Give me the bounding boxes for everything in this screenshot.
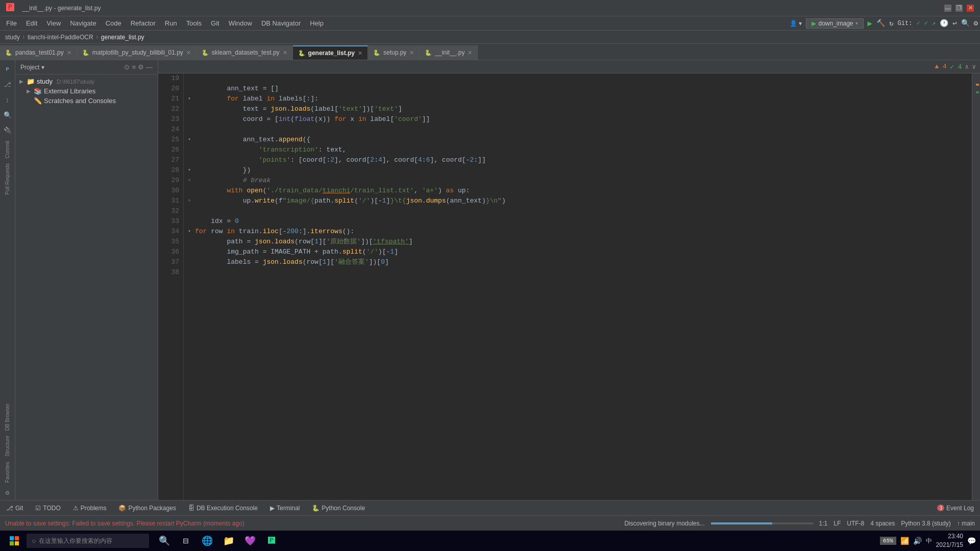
fold-27[interactable] [188, 155, 195, 165]
fold-22[interactable] [188, 104, 195, 114]
tab-setup[interactable]: 🐍 setup.py ✕ [368, 45, 420, 60]
taskbar-edge-icon[interactable]: 🌐 [198, 533, 216, 549]
menu-file[interactable]: File [2, 18, 21, 29]
tab-todo[interactable]: ☑ TODO [33, 504, 62, 513]
tree-item-external[interactable]: ▶ 📚 External Libraries [15, 86, 158, 96]
tab-terminal[interactable]: ▶ Terminal [268, 504, 302, 513]
activity-plugin-icon[interactable]: 🔌 [1, 123, 15, 138]
warning-count[interactable]: ▲ 4 [935, 63, 947, 70]
maximize-button[interactable]: ❐ [955, 5, 963, 12]
code-lines[interactable]: ann_text = [] ▾ for label in labels[:]: … [184, 73, 972, 500]
run-config-button[interactable]: ▶ down_image ▾ [806, 18, 863, 29]
fold-35[interactable] [188, 237, 195, 247]
line-ending[interactable]: LF [834, 520, 841, 527]
undo-icon[interactable]: ↩ [952, 19, 957, 28]
sidebar-collapse-icon[interactable]: ≡ [132, 63, 136, 71]
fold-24[interactable] [188, 124, 195, 135]
activity-structure-label[interactable]: Structure [4, 434, 11, 459]
network-icon[interactable]: 📶 [900, 537, 909, 545]
taskbar-visualstudio-icon[interactable]: 💜 [241, 533, 259, 549]
tab-close-init[interactable]: ✕ [468, 49, 472, 56]
fold-32[interactable] [188, 206, 195, 216]
activity-commit-icon[interactable]: ⎇ [1, 78, 15, 92]
git-push-icon[interactable]: ✓ [924, 19, 928, 27]
close-button[interactable]: ✕ [967, 5, 974, 12]
tab-pandas[interactable]: 🐍 pandas_test01.py ✕ [0, 45, 77, 60]
account-icon[interactable]: 👤 ▾ [790, 20, 802, 27]
fold-26[interactable] [188, 145, 195, 155]
python-version[interactable]: Python 3.8 (study) [901, 520, 950, 527]
activity-dbbrowser-label[interactable]: DB Browser [4, 402, 11, 433]
tab-event-log[interactable]: 3 Event Log [935, 504, 976, 513]
menu-dbnavigator[interactable]: DB Navigator [257, 18, 305, 29]
search-icon[interactable]: 🔍 [961, 19, 970, 28]
tab-close-sklearn[interactable]: ✕ [283, 49, 287, 56]
fold-19[interactable] [188, 73, 195, 84]
taskbar-taskview-icon[interactable]: ⊟ [177, 533, 195, 549]
fold-37[interactable] [188, 257, 195, 267]
nav-down-icon[interactable]: ∨ [972, 63, 976, 71]
breadcrumb-project[interactable]: tianchi-intel-PaddleOCR [28, 34, 93, 41]
tab-close-setup[interactable]: ✕ [409, 49, 414, 56]
tab-generate[interactable]: 🐍 generate_list.py ✕ [293, 45, 368, 60]
tab-init[interactable]: 🐍 __init__.py ✕ [420, 45, 478, 60]
breadcrumb-file[interactable]: generate_list.py [101, 34, 144, 41]
volume-icon[interactable]: 🔊 [913, 537, 922, 545]
settings-icon[interactable]: ⚙ [974, 19, 978, 28]
activity-favorites-label[interactable]: Favorites [4, 460, 11, 485]
fold-20[interactable] [188, 84, 195, 94]
menu-window[interactable]: Window [225, 18, 256, 29]
tab-problems[interactable]: ⚠ Problems [71, 504, 109, 513]
activity-structure-icon[interactable]: ↕ [1, 93, 15, 107]
menu-run[interactable]: Run [161, 18, 181, 29]
notification-icon[interactable]: 💬 [967, 537, 976, 545]
git-branch[interactable]: ↑ main [957, 520, 975, 527]
build-icon[interactable]: 🔨 [876, 19, 885, 28]
fold-21[interactable]: ▾ [188, 94, 195, 104]
encoding[interactable]: UTF-8 [847, 520, 864, 527]
menu-navigate[interactable]: Navigate [66, 18, 100, 29]
start-button[interactable] [4, 533, 24, 549]
git-arrow-icon[interactable]: ↗ [932, 19, 936, 27]
right-gutter-scrollbar[interactable] [972, 73, 980, 500]
menu-refactor[interactable]: Refactor [127, 18, 160, 29]
windows-search-bar[interactable]: ○ 在这里输入你要搜索的内容 [27, 534, 149, 548]
run-button[interactable]: ▶ [868, 18, 873, 29]
taskbar-explorer-icon[interactable]: 📁 [219, 533, 238, 549]
fold-30[interactable] [188, 186, 195, 196]
tab-python-console[interactable]: 🐍 Python Console [310, 504, 367, 513]
fold-34[interactable]: ▾ [188, 227, 195, 237]
menu-view[interactable]: View [42, 18, 65, 29]
menu-code[interactable]: Code [102, 18, 126, 29]
menu-tools[interactable]: Tools [182, 18, 206, 29]
indent-setting[interactable]: 4 spaces [870, 520, 895, 527]
taskbar-search-icon[interactable]: 🔍 [155, 533, 174, 549]
history-icon[interactable]: 🕐 [940, 19, 948, 28]
activity-search-icon[interactable]: 🔍 [1, 108, 15, 122]
fold-38[interactable] [188, 267, 195, 278]
reload-icon[interactable]: ↻ [889, 19, 893, 28]
system-clock[interactable]: 23:40 2021/7/15 [936, 532, 963, 549]
tab-db-execution[interactable]: 🗄 DB Execution Console [186, 504, 260, 513]
tab-git[interactable]: ⎇ Git [4, 504, 25, 513]
tab-close-generate[interactable]: ✕ [358, 50, 362, 57]
tab-close-pandas[interactable]: ✕ [67, 49, 71, 56]
ok-count[interactable]: ✓ 4 [950, 63, 962, 71]
tab-sklearn[interactable]: 🐍 sklearn_datasets_test.py ✕ [197, 45, 293, 60]
menu-git[interactable]: Git [207, 18, 224, 29]
activity-project-icon[interactable]: P [1, 62, 15, 77]
fold-23[interactable] [188, 114, 195, 124]
nav-up-icon[interactable]: ∧ [965, 63, 969, 71]
language-icon[interactable]: 中 [926, 537, 932, 545]
menu-help[interactable]: Help [306, 18, 328, 29]
sidebar-settings-icon[interactable]: ⚙ [138, 63, 144, 71]
tree-item-scratches[interactable]: ▶ ✏️ Scratches and Consoles [15, 96, 158, 106]
git-check-icon[interactable]: ✓ [916, 19, 920, 27]
fold-29[interactable]: ▿ [188, 176, 195, 186]
activity-commit-label[interactable]: Commit [4, 139, 11, 160]
fold-25[interactable]: ▾ [188, 135, 195, 145]
fold-31[interactable]: ▿ [188, 196, 195, 206]
activity-settings-icon[interactable]: ⚙ [1, 486, 15, 500]
tab-matplotlib[interactable]: 🐍 matplotlib_py_study_bilibili_01.py ✕ [77, 45, 197, 60]
sidebar-locate-icon[interactable]: ⊙ [124, 63, 130, 71]
